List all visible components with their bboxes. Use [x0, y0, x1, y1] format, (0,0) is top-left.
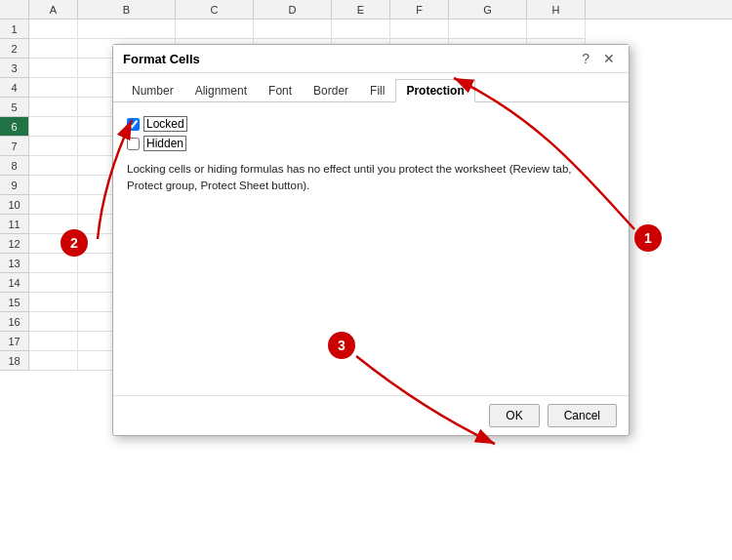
hidden-label: Hidden: [143, 136, 186, 151]
row-header-3: 3: [0, 59, 29, 78]
col-header-d: D: [254, 0, 332, 19]
row-headers: 1 2 3 4 5 6 7 8 9 10 11 12 13 14 15 16 1…: [0, 20, 29, 371]
hidden-row: Hidden: [127, 136, 615, 151]
locked-label: Locked: [143, 116, 187, 132]
row-header-16: 16: [0, 312, 29, 332]
col-header-c: C: [176, 0, 254, 19]
ok-button[interactable]: OK: [489, 404, 539, 427]
col-header-b: B: [78, 0, 176, 19]
tab-border[interactable]: Border: [303, 79, 359, 102]
col-header-e: E: [332, 0, 390, 19]
locked-checkbox[interactable]: [127, 118, 140, 131]
tab-alignment[interactable]: Alignment: [184, 79, 258, 102]
tab-font[interactable]: Font: [258, 79, 303, 102]
hidden-checkbox[interactable]: [127, 138, 140, 150]
row-header-14: 14: [0, 273, 29, 293]
col-header-g: G: [449, 0, 527, 19]
grid-row: [29, 20, 732, 39]
row-header-1: 1: [0, 20, 29, 39]
help-button[interactable]: ?: [578, 51, 593, 66]
cancel-button[interactable]: Cancel: [548, 404, 617, 427]
corner-cell: [0, 0, 29, 19]
row-header-6: 6: [0, 117, 29, 137]
col-header-f: F: [390, 0, 449, 19]
row-header-10: 10: [0, 195, 29, 215]
format-cells-dialog[interactable]: Format Cells ? ✕ Number Alignment Font B…: [112, 44, 630, 436]
row-header-9: 9: [0, 176, 29, 195]
dialog-titlebar: Format Cells ? ✕: [113, 45, 629, 73]
locked-row: Locked: [127, 116, 615, 132]
tab-protection[interactable]: Protection: [395, 79, 474, 102]
row-header-12: 12: [0, 234, 29, 254]
row-header-17: 17: [0, 332, 29, 351]
row-header-13: 13: [0, 254, 29, 273]
row-header-11: 11: [0, 215, 29, 234]
row-header-18: 18: [0, 351, 29, 371]
col-header-h: H: [527, 0, 586, 19]
tab-bar: Number Alignment Font Border Fill Protec…: [113, 73, 629, 102]
info-text: Locking cells or hiding formulas has no …: [127, 161, 576, 195]
close-button[interactable]: ✕: [599, 51, 619, 66]
row-header-15: 15: [0, 293, 29, 312]
dialog-body: Locked Hidden Locking cells or hiding fo…: [113, 102, 629, 395]
dialog-controls: ? ✕: [578, 51, 619, 66]
col-header-row: A B C D E F G H: [0, 0, 732, 20]
tab-fill[interactable]: Fill: [359, 79, 395, 102]
row-header-7: 7: [0, 137, 29, 156]
dialog-footer: OK Cancel: [113, 395, 629, 435]
row-header-2: 2: [0, 39, 29, 59]
col-header-a: A: [29, 0, 78, 19]
dialog-title: Format Cells: [123, 52, 200, 66]
row-header-8: 8: [0, 156, 29, 176]
tab-number[interactable]: Number: [121, 79, 184, 102]
row-header-5: 5: [0, 98, 29, 117]
row-header-4: 4: [0, 78, 29, 98]
